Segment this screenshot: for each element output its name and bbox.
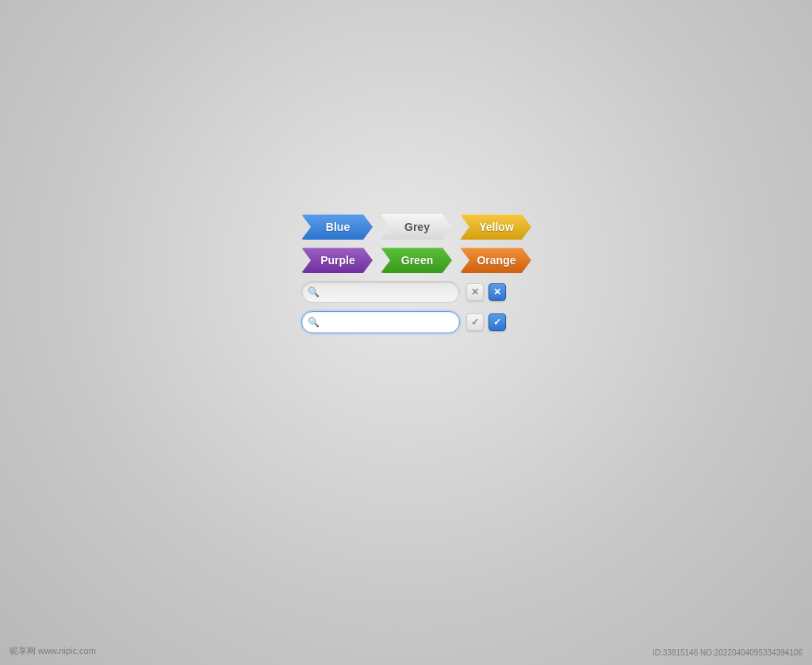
x-checkbox-active[interactable]: ✕ bbox=[488, 283, 506, 301]
x-checkbox-inactive[interactable]: ✕ bbox=[466, 283, 484, 301]
watermark-id: ID:33815146 NO:20220404095334394106 bbox=[653, 648, 802, 657]
blue-button[interactable]: Blue bbox=[301, 214, 373, 240]
checkbox-group-1: ✕ ✕ bbox=[466, 283, 506, 301]
grey-button[interactable]: Grey bbox=[381, 214, 452, 240]
search-wrap-2: 🔍 bbox=[301, 311, 460, 333]
main-panel: Blue Grey Yellow Purple Green Orange 🔍 ✕… bbox=[301, 214, 531, 333]
checkbox-group-2: ✓ ✓ bbox=[466, 313, 506, 331]
search-input-2[interactable] bbox=[301, 311, 460, 333]
orange-button[interactable]: Orange bbox=[460, 248, 531, 273]
search-row-2: 🔍 ✓ ✓ bbox=[301, 311, 531, 333]
check-checkbox-active[interactable]: ✓ bbox=[488, 313, 506, 331]
button-row-2: Purple Green Orange bbox=[301, 248, 531, 273]
search-icon-2: 🔍 bbox=[308, 317, 320, 328]
search-wrap-1: 🔍 bbox=[301, 281, 460, 303]
green-button[interactable]: Green bbox=[381, 248, 452, 273]
check-checkbox-inactive[interactable]: ✓ bbox=[466, 313, 484, 331]
purple-button[interactable]: Purple bbox=[301, 248, 373, 273]
yellow-button[interactable]: Yellow bbox=[460, 214, 531, 240]
watermark-site: 昵享网 www.nipic.com bbox=[10, 645, 96, 657]
search-input-1[interactable] bbox=[301, 281, 460, 303]
search-row-1: 🔍 ✕ ✕ bbox=[301, 281, 531, 303]
search-icon-1: 🔍 bbox=[308, 286, 320, 298]
button-row-1: Blue Grey Yellow bbox=[301, 214, 531, 240]
